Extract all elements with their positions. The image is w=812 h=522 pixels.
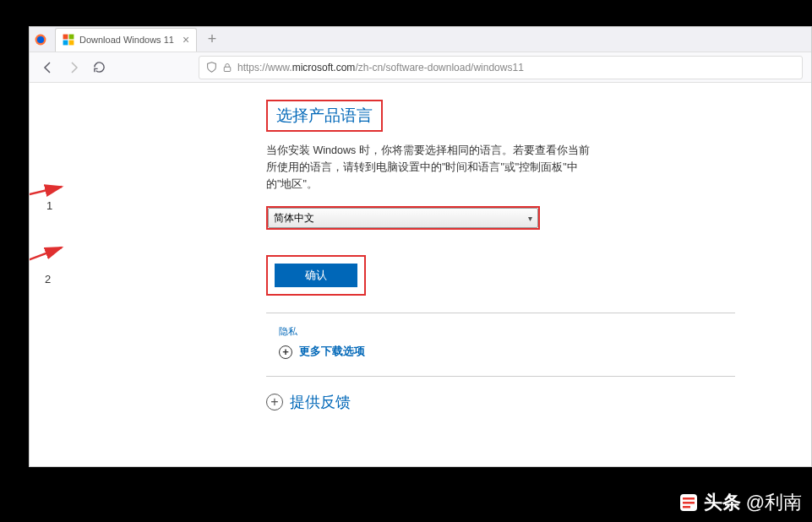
divider xyxy=(266,313,735,313)
svg-rect-6 xyxy=(224,67,231,71)
select-value: 简体中文 xyxy=(274,211,314,226)
arrow-annotation-icon xyxy=(30,171,68,222)
arrow-left-icon xyxy=(41,61,55,74)
toutiao-icon xyxy=(678,492,699,513)
confirm-highlight: 确认 xyxy=(266,255,366,296)
lock-icon xyxy=(222,63,232,73)
reload-button[interactable] xyxy=(89,57,109,78)
close-tab-icon[interactable]: × xyxy=(183,33,189,46)
back-button[interactable] xyxy=(38,57,58,78)
page-heading: 选择产品语言 xyxy=(276,105,373,127)
watermark: 头条 @利南 xyxy=(678,490,802,515)
tab-bar: Download Windows 11 × + xyxy=(30,27,811,52)
browser-toolbar: https://www.microsoft.com/zh-cn/software… xyxy=(30,52,811,83)
shield-icon xyxy=(206,62,217,73)
svg-rect-10 xyxy=(683,498,695,500)
heading-highlight: 选择产品语言 xyxy=(266,100,383,132)
page-content: 选择产品语言 当你安装 Windows 时，你将需要选择相同的语言。若要查看你当… xyxy=(30,83,811,466)
instruction-text: 当你安装 Windows 时，你将需要选择相同的语言。若要查看你当前所使用的语言… xyxy=(266,142,600,193)
reload-icon xyxy=(93,61,106,73)
confirm-button[interactable]: 确认 xyxy=(275,264,357,287)
watermark-author: @利南 xyxy=(746,490,802,515)
svg-rect-4 xyxy=(63,41,68,46)
watermark-brand: 头条 xyxy=(704,490,741,515)
more-downloads-link[interactable]: + 更多下载选项 xyxy=(279,345,600,359)
microsoft-favicon-icon xyxy=(63,34,74,46)
svg-line-7 xyxy=(30,187,62,220)
annotation-number: 1 xyxy=(46,199,52,212)
url-text: https://www.microsoft.com/zh-cn/software… xyxy=(237,62,524,73)
arrow-right-icon xyxy=(67,61,80,74)
address-bar[interactable]: https://www.microsoft.com/zh-cn/software… xyxy=(199,56,803,79)
svg-rect-3 xyxy=(69,35,74,40)
language-select[interactable]: 简体中文 ▾ xyxy=(268,208,538,228)
feedback-link[interactable]: + 提供反馈 xyxy=(266,392,600,412)
svg-rect-2 xyxy=(63,35,68,40)
select-highlight: 简体中文 ▾ xyxy=(266,206,540,230)
divider xyxy=(266,376,735,377)
svg-rect-11 xyxy=(683,502,695,504)
svg-point-1 xyxy=(37,35,44,42)
forward-button[interactable] xyxy=(63,57,84,78)
chevron-down-icon: ▾ xyxy=(528,214,532,223)
feedback-label: 提供反馈 xyxy=(290,392,351,412)
more-downloads-label: 更多下载选项 xyxy=(299,345,365,359)
plus-circle-icon: + xyxy=(266,394,283,411)
svg-rect-5 xyxy=(69,41,74,46)
svg-rect-12 xyxy=(683,506,690,508)
new-tab-button[interactable]: + xyxy=(204,30,221,48)
privacy-link[interactable]: 隐私 xyxy=(279,325,600,338)
plus-circle-icon: + xyxy=(279,345,292,359)
firefox-icon xyxy=(35,34,46,46)
browser-tab[interactable]: Download Windows 11 × xyxy=(55,28,197,52)
arrow-annotation-icon xyxy=(30,218,68,302)
tab-title: Download Windows 11 xyxy=(79,35,174,45)
annotation-number: 2 xyxy=(45,273,51,285)
